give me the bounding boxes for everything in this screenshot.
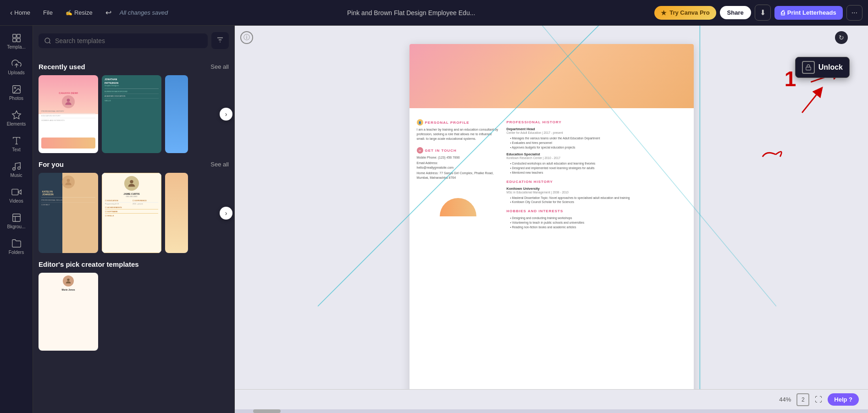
print-button[interactable]: ⎙ Print Letterheads — [774, 6, 843, 20]
svg-point-20 — [67, 99, 70, 102]
lock-icon — [805, 64, 812, 71]
page-indicator: 2 — [796, 393, 809, 406]
sidebar-item-music[interactable]: Music — [2, 158, 31, 182]
svg-rect-1 — [17, 34, 20, 38]
recently-used-next[interactable]: › — [220, 108, 232, 121]
share-button[interactable]: Share — [720, 6, 751, 19]
for-you-see-all[interactable]: See all — [210, 161, 229, 168]
bottom-bar: 44% 2 ⛶ Help ? — [235, 389, 868, 409]
main-layout: Templa... Uploads Photos Elements — [0, 26, 868, 413]
svg-point-10 — [12, 168, 15, 171]
personal-profile-section: 👤 PERSONAL PROFILE — [417, 119, 499, 126]
sidebar-item-folders[interactable]: Folders — [2, 235, 31, 259]
rotate-button[interactable]: ↻ — [835, 31, 848, 44]
template-card[interactable]: Marie Jones — [39, 273, 98, 351]
job2-org: Konitown Research Center | 2010 - 2017 — [507, 156, 686, 160]
sidebar-item-background[interactable]: Bkgrou... — [2, 209, 31, 233]
bottom-right: 44% 2 ⛶ Help ? — [779, 393, 859, 406]
templates-content: Recently used See all CAHAYA DEWI PROFES… — [33, 55, 234, 413]
sidebar-item-templates[interactable]: Templa... — [2, 29, 31, 53]
help-button[interactable]: Help ? — [828, 393, 859, 406]
canvas-scroll[interactable]: 👤 PERSONAL PROFILE I am a teacher by tra… — [235, 26, 868, 389]
more-icon: ··· — [851, 9, 857, 17]
job1-bullet-1: Manages the various teams under the Adul… — [507, 136, 686, 141]
search-input-wrap[interactable] — [39, 33, 208, 48]
svg-line-16 — [49, 42, 50, 44]
template-card[interactable] — [165, 173, 188, 253]
canvas-area: ⓘ ↻ Unlock — [235, 26, 868, 413]
sidebar-item-uploads[interactable]: Uploads — [2, 55, 31, 79]
for-you-grid: KATELYN JOHNSON PROFESSIONAL SKILLS CONT… — [39, 173, 229, 253]
contact-section: ✉ GET IN TOUCH — [417, 147, 499, 154]
prof-history-heading: PROFESSIONAL HISTORY — [507, 120, 686, 124]
undo-button[interactable]: ↩ — [101, 6, 116, 20]
svg-point-22 — [130, 180, 133, 183]
contact-heading: GET IN TOUCH — [425, 149, 457, 153]
sidebar-item-text[interactable]: Text — [2, 132, 31, 156]
editors-pick-header: Editor's pick creator templates — [39, 260, 229, 268]
try-pro-button[interactable]: ★ Try Canva Pro — [654, 6, 716, 20]
template-card[interactable]: KATELYN JOHNSON PROFESSIONAL SKILLS CONT… — [39, 173, 98, 253]
hobby-1: Designing and conducting training worksh… — [507, 216, 686, 220]
svg-point-21 — [67, 179, 70, 182]
svg-point-23 — [67, 279, 69, 281]
search-input[interactable] — [55, 37, 202, 44]
icon-sidebar: Templa... Uploads Photos Elements — [0, 26, 33, 413]
job2-title: Education Specialist — [507, 152, 686, 156]
editors-pick-title: Editor's pick creator templates — [39, 260, 139, 268]
more-options-button[interactable]: ··· — [846, 5, 862, 21]
svg-rect-3 — [17, 39, 20, 42]
edu-bullet-2: Konitown City Council Scholar for the Sc… — [507, 200, 686, 204]
template-card[interactable]: CAHAYA DEWI PROFESSIONAL HISTORY EDUCATI… — [39, 75, 98, 153]
home-button[interactable]: ‹ Home — [6, 6, 35, 20]
template-card[interactable] — [165, 75, 188, 153]
filter-button[interactable] — [211, 32, 229, 49]
personal-text: I am a teacher by training and an educat… — [417, 127, 499, 141]
svg-marker-7 — [12, 111, 20, 119]
for-you-header: For you See all — [39, 160, 229, 168]
contact-email: Email Address:hello@reallygreatsite.com — [417, 161, 499, 170]
personal-icon: 👤 — [417, 119, 423, 126]
fullscreen-button[interactable]: ⛶ — [815, 396, 822, 404]
document-title: Pink and Brown Flat Design Employee Edu.… — [171, 9, 651, 17]
sidebar-item-videos[interactable]: Videos — [2, 183, 31, 207]
for-you-title: For you — [39, 160, 64, 168]
canvas-scrollbar[interactable] — [235, 409, 868, 413]
contact-phone: Mobile Phone: (123) 456 7890 — [417, 155, 499, 160]
contact-address: Home Address: 77 Sanya Girl Complex, Pha… — [417, 171, 499, 180]
hobbies-heading: HOBBIES AND INTERESTS — [507, 209, 686, 213]
job1-bullet-2: Evaluates and hires personnel — [507, 141, 686, 145]
editors-pick-grid: Marie Jones — [39, 273, 229, 351]
file-button[interactable]: File — [39, 6, 57, 19]
edu-history-heading: EDUCATION HISTORY — [507, 180, 686, 184]
job1-bullet-3: Approves budgets for special education p… — [507, 145, 686, 150]
resume-page: 👤 PERSONAL PROFILE I am a teacher by tra… — [409, 44, 694, 389]
svg-rect-14 — [12, 214, 20, 222]
template-card[interactable]: JONATHAN PATTERSON Graphic Designer BUSI… — [102, 75, 161, 153]
template-card[interactable]: JAMIE CURTIS 000-000-0000 ☐ EDUCATION Pr… — [102, 173, 161, 253]
resume-body: 👤 PERSONAL PROFILE I am a teacher by tra… — [409, 108, 694, 237]
download-button[interactable]: ⬇ — [755, 5, 771, 21]
hobby-2: Volunteering to teach in public schools … — [507, 220, 686, 225]
personal-heading: PERSONAL PROFILE — [425, 121, 470, 125]
canvas-scrollbar-thumb[interactable] — [253, 409, 281, 413]
save-status: All changes saved — [120, 9, 168, 16]
edu-bullet-1: Masteral Dissertation Topic: Novel appro… — [507, 196, 686, 200]
resize-button[interactable]: ✍ Resize — [61, 6, 97, 19]
resume-top-banner — [409, 44, 694, 108]
hobby-3: Reading non-fiction books and academic a… — [507, 225, 686, 230]
for-you-next[interactable]: › — [220, 207, 232, 220]
unlock-box: Unlock — [795, 57, 850, 78]
top-header: ‹ Home File ✍ Resize ↩ All changes saved… — [0, 0, 868, 26]
recently-used-see-all[interactable]: See all — [210, 63, 229, 70]
info-button[interactable]: ⓘ — [240, 31, 253, 44]
header-left: ‹ Home File ✍ Resize ↩ All changes saved — [6, 6, 168, 20]
fullscreen-icon: ⛶ — [815, 396, 822, 403]
degree: MSc in Educational Management | 2008 - 2… — [507, 191, 686, 194]
zoom-level: 44% — [779, 396, 791, 403]
unlock-tooltip: Unlock — [795, 57, 850, 78]
search-bar — [33, 26, 234, 55]
sidebar-item-elements[interactable]: Elements — [2, 106, 31, 130]
unlock-label[interactable]: Unlock — [818, 63, 843, 72]
sidebar-item-photos[interactable]: Photos — [2, 81, 31, 105]
